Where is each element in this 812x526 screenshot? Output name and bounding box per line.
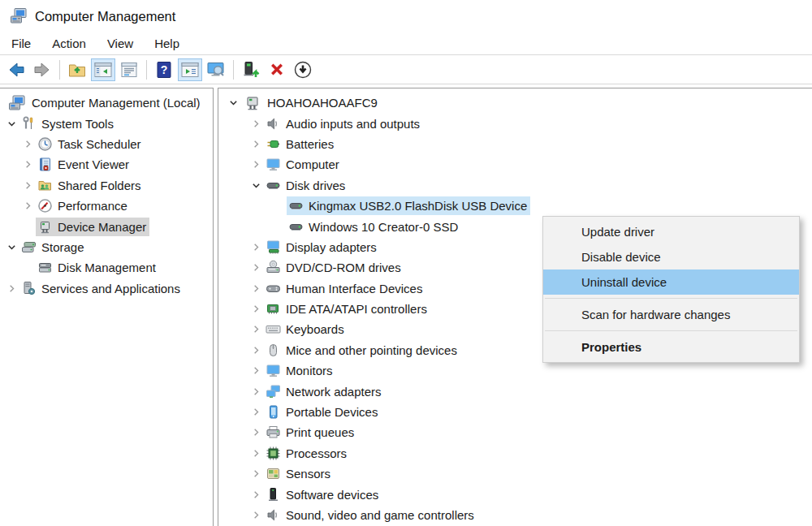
uninstall-device-button[interactable]: [265, 58, 289, 81]
monitor-icon: [266, 157, 281, 172]
forward-button[interactable]: [30, 58, 54, 81]
tree-item-monitors[interactable]: Monitors: [218, 360, 812, 381]
tree-item-label: Monitors: [286, 364, 333, 377]
help-button[interactable]: ?: [152, 58, 176, 81]
menu-help[interactable]: Help: [144, 32, 190, 54]
tree-item-audio-inputs-and-outputs[interactable]: Audio inputs and outputs: [218, 113, 812, 133]
scan-hardware-changes-button[interactable]: [204, 58, 228, 81]
properties-window-button[interactable]: [117, 58, 141, 81]
computer-management-window: Computer Management FileActionViewHelp ?…: [0, 0, 812, 526]
toolbar: ?: [0, 55, 812, 84]
tree-item-label: Device Manager: [58, 220, 146, 234]
context-menu-item-disable-device[interactable]: Disable device: [543, 244, 799, 269]
menu-view[interactable]: View: [97, 32, 144, 54]
disable-device-button[interactable]: [291, 58, 315, 81]
context-menu-item-update-driver[interactable]: Update driver: [543, 219, 799, 244]
tree-item-content: IDE ATA/ATAPI controllers: [264, 300, 430, 318]
chevron-collapsed-icon[interactable]: [248, 346, 264, 355]
chevron-collapsed-icon[interactable]: [248, 263, 264, 272]
tree-item-system-tools[interactable]: System Tools: [0, 113, 213, 133]
chevron-expanded-icon[interactable]: [225, 98, 241, 107]
chevron-collapsed-icon[interactable]: [248, 449, 264, 458]
tree-item-content: Human Interface Devices: [264, 279, 425, 298]
tree-item-label: DVD/CD-ROM drives: [286, 261, 401, 274]
console-tree: Computer Management (Local)System ToolsT…: [0, 88, 213, 299]
chevron-collapsed-icon[interactable]: [19, 140, 36, 149]
chevron-collapsed-icon[interactable]: [3, 284, 19, 293]
chevron-collapsed-icon[interactable]: [248, 243, 264, 252]
tree-item-label: Sensors: [286, 467, 330, 481]
tree-item-content: Processors: [264, 444, 350, 463]
context-menu-separator: [545, 330, 797, 331]
chevron-collapsed-icon[interactable]: [19, 201, 36, 210]
chevron-collapsed-icon[interactable]: [248, 325, 264, 334]
tree-item-batteries[interactable]: Batteries: [218, 134, 812, 154]
software-device-icon: [266, 487, 281, 502]
chevron-collapsed-icon[interactable]: [19, 160, 36, 169]
tree-item-performance[interactable]: Performance: [0, 196, 213, 216]
tree-item-disk-drives[interactable]: Disk drives: [218, 175, 812, 196]
disk-icon: [288, 198, 304, 213]
tree-item-content: Sensors: [264, 464, 334, 483]
chevron-collapsed-icon[interactable]: [248, 490, 264, 499]
up-one-level-button[interactable]: [65, 58, 89, 81]
tree-item-label: System Tools: [41, 117, 114, 131]
tree-item-portable-devices[interactable]: Portable Devices: [218, 402, 812, 422]
show-console-tree-button[interactable]: [91, 58, 115, 81]
chevron-collapsed-icon[interactable]: [248, 511, 264, 520]
tree-item-kingmax-usb2-0-flashdisk-usb-device[interactable]: Kingmax USB2.0 FlashDisk USB Device: [218, 196, 812, 216]
tree-item-label: Services and Applications: [41, 282, 180, 295]
tree-item-task-scheduler[interactable]: Task Scheduler: [0, 134, 213, 154]
context-menu-item-uninstall-device[interactable]: Uninstall device: [543, 269, 799, 295]
tree-item-shared-folders[interactable]: Shared Folders: [0, 175, 213, 196]
tree-item-label: Processors: [286, 446, 347, 460]
tree-item-label: Computer: [286, 157, 339, 171]
tree-item-sound-video-and-game-controllers[interactable]: Sound, video and game controllers: [218, 505, 812, 525]
tree-item-print-queues[interactable]: Print queues: [218, 422, 812, 442]
chevron-collapsed-icon[interactable]: [19, 181, 36, 190]
back-button[interactable]: [4, 58, 28, 81]
chevron-collapsed-icon[interactable]: [248, 366, 264, 375]
menu-action[interactable]: Action: [41, 32, 97, 54]
menu-bar: FileActionViewHelp: [0, 32, 812, 55]
chevron-collapsed-icon[interactable]: [248, 304, 264, 313]
toolbar-separator: [233, 60, 234, 80]
tree-item-computer-management-local[interactable]: Computer Management (Local): [0, 93, 213, 113]
tree-item-sensors[interactable]: Sensors: [218, 463, 812, 484]
show-action-pane-button[interactable]: [178, 58, 202, 81]
chevron-collapsed-icon[interactable]: [248, 119, 264, 128]
chevron-expanded-icon[interactable]: [3, 243, 19, 252]
context-menu-item-properties[interactable]: Properties: [543, 334, 799, 360]
tree-item-device-manager[interactable]: Device Manager: [0, 216, 213, 236]
chevron-collapsed-icon[interactable]: [248, 469, 264, 478]
tree-item-hoahoahoaafc9[interactable]: HOAHOAHOAAFC9: [218, 93, 812, 113]
chevron-collapsed-icon[interactable]: [248, 428, 264, 437]
chevron-expanded-icon[interactable]: [3, 119, 19, 128]
computer-management-icon: [10, 7, 28, 25]
performance-icon: [37, 198, 53, 213]
chevron-collapsed-icon[interactable]: [248, 160, 264, 169]
tree-item-storage[interactable]: Storage: [0, 237, 213, 257]
tree-item-network-adapters[interactable]: Network adapters: [218, 381, 812, 401]
tree-item-services-and-applications[interactable]: Services and Applications: [0, 278, 213, 299]
chevron-collapsed-icon[interactable]: [248, 387, 264, 396]
chevron-collapsed-icon[interactable]: [248, 284, 264, 293]
tree-item-disk-management[interactable]: Disk Management: [0, 257, 213, 278]
tree-item-content: Services and Applications: [19, 279, 184, 298]
tree-item-content: DVD/CD-ROM drives: [264, 258, 404, 277]
update-driver-button[interactable]: [239, 58, 263, 81]
tree-item-processors[interactable]: Processors: [218, 443, 812, 463]
menu-file[interactable]: File: [1, 32, 41, 54]
tree-item-content: Portable Devices: [264, 403, 381, 421]
tree-item-label: HOAHOAHOAAFC9: [267, 96, 378, 110]
context-menu-item-scan-for-hardware-changes[interactable]: Scan for hardware changes: [543, 302, 799, 327]
tree-item-software-devices[interactable]: Software devices: [218, 484, 812, 504]
context-menu-separator: [545, 298, 797, 299]
chevron-collapsed-icon[interactable]: [248, 140, 264, 149]
tree-item-label: Shared Folders: [58, 179, 141, 192]
arrow-down-circle-icon: [293, 60, 313, 80]
chevron-collapsed-icon[interactable]: [248, 407, 264, 416]
tree-item-computer[interactable]: Computer: [218, 154, 812, 175]
chevron-expanded-icon[interactable]: [248, 181, 264, 190]
tree-item-event-viewer[interactable]: Event Viewer: [0, 154, 213, 175]
